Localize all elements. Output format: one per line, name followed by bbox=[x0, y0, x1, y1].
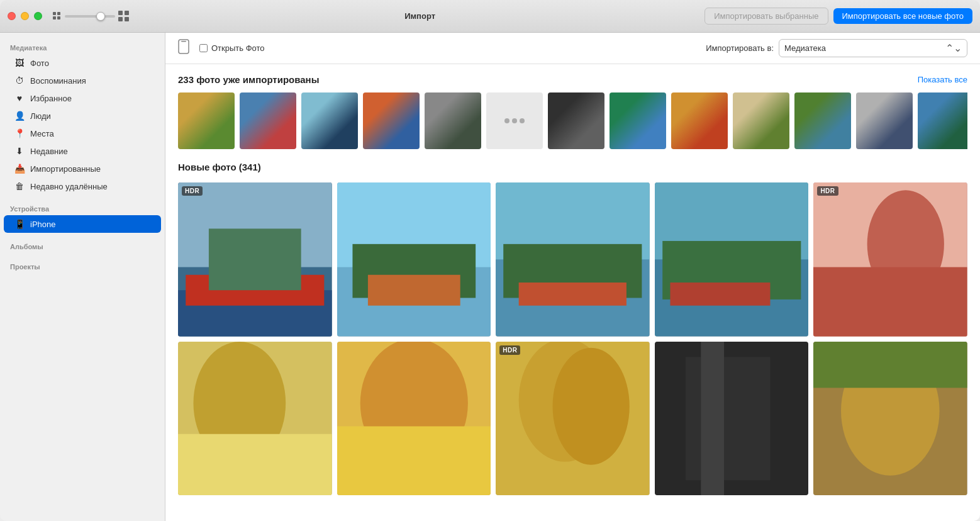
grid-large-icon bbox=[118, 10, 130, 23]
imported-thumb[interactable] bbox=[856, 92, 913, 149]
main-layout: Медиатека 🖼Фото⏱Воспоминания♥Избранное👤Л… bbox=[0, 33, 980, 521]
svg-rect-30 bbox=[813, 267, 967, 337]
sidebar-label-photos: Фото bbox=[30, 59, 49, 68]
new-photo-thumb[interactable]: HDR bbox=[813, 182, 967, 337]
dropdown-chevron-icon: ⌃⌄ bbox=[945, 42, 962, 54]
imported-thumb[interactable] bbox=[363, 92, 420, 149]
imported-thumb[interactable] bbox=[301, 92, 358, 149]
new-photo-thumb[interactable] bbox=[655, 342, 809, 496]
new-photo-thumb[interactable] bbox=[496, 182, 650, 337]
scroll-area[interactable]: 233 фото уже импортированы Показать все … bbox=[165, 64, 980, 521]
imported-thumb[interactable] bbox=[425, 92, 481, 149]
open-photos-input[interactable] bbox=[199, 44, 208, 52]
sidebar-icon-iphone: 📱 bbox=[14, 218, 25, 230]
sidebar-item-iphone[interactable]: 📱iPhone bbox=[4, 215, 161, 233]
sidebar-icon-memories: ⏱ bbox=[14, 75, 25, 86]
svg-rect-18 bbox=[368, 275, 460, 306]
devices-section-title: Устройства bbox=[0, 201, 165, 215]
imported-thumb[interactable] bbox=[794, 92, 851, 149]
imported-thumb[interactable] bbox=[178, 92, 235, 149]
sidebar-item-imported[interactable]: 📥Импортированные bbox=[4, 160, 161, 177]
sidebar-icon-imported: 📥 bbox=[14, 163, 25, 174]
maximize-button[interactable] bbox=[34, 12, 42, 20]
new-photo-thumb[interactable] bbox=[813, 342, 967, 496]
hdr-badge: HDR bbox=[499, 345, 520, 355]
new-photo-thumb[interactable] bbox=[655, 182, 809, 337]
new-photos-grid: HDRHDRHDR bbox=[178, 182, 967, 495]
svg-rect-41 bbox=[686, 357, 771, 480]
import-to-section: Импортировать в: Медиатека ⌃⌄ bbox=[706, 39, 967, 57]
svg-rect-6 bbox=[118, 17, 123, 21]
import-destination-value: Медиатека bbox=[784, 43, 826, 53]
import-all-button[interactable]: Импортировать все новые фото bbox=[833, 8, 973, 24]
sidebar-label-deleted: Недавно удалённые bbox=[30, 182, 108, 191]
imported-thumb[interactable] bbox=[240, 92, 296, 149]
svg-rect-36 bbox=[337, 426, 491, 495]
svg-rect-3 bbox=[57, 16, 60, 20]
svg-rect-26 bbox=[670, 283, 770, 306]
sidebar-label-memories: Воспоминания bbox=[30, 76, 86, 86]
more-indicator bbox=[486, 92, 543, 149]
imported-thumb[interactable] bbox=[733, 92, 789, 149]
imported-thumb[interactable] bbox=[610, 92, 666, 149]
device-icon bbox=[178, 39, 189, 57]
sidebar-label-recent: Недавние bbox=[30, 147, 68, 156]
svg-rect-42 bbox=[701, 342, 724, 496]
sidebar-label-favorites: Избранное bbox=[30, 94, 72, 103]
sidebar-icon-places: 📍 bbox=[14, 128, 25, 139]
open-photos-checkbox[interactable]: Открыть Фото bbox=[199, 43, 265, 53]
svg-rect-9 bbox=[181, 41, 186, 42]
sidebar-item-memories[interactable]: ⏱Воспоминания bbox=[4, 72, 161, 89]
minimize-button[interactable] bbox=[21, 12, 29, 20]
sidebar-icon-deleted: 🗑 bbox=[14, 181, 25, 192]
imported-thumb[interactable] bbox=[671, 92, 728, 149]
import-selected-button[interactable]: Импортировать выбранные bbox=[704, 8, 828, 25]
new-photo-thumb[interactable]: HDR bbox=[496, 342, 650, 496]
hdr-badge: HDR bbox=[182, 186, 203, 196]
imported-thumb[interactable] bbox=[548, 92, 604, 149]
sidebar: Медиатека 🖼Фото⏱Воспоминания♥Избранное👤Л… bbox=[0, 33, 165, 521]
sidebar-devices-items: 📱iPhone bbox=[0, 215, 165, 233]
new-photo-thumb[interactable] bbox=[337, 342, 491, 496]
new-photo-thumb[interactable] bbox=[337, 182, 491, 337]
zoom-slider[interactable] bbox=[65, 15, 115, 18]
svg-rect-22 bbox=[519, 283, 626, 306]
sidebar-icon-recent: ⬇ bbox=[14, 145, 25, 157]
svg-rect-14 bbox=[209, 228, 301, 290]
sidebar-item-deleted[interactable]: 🗑Недавно удалённые bbox=[4, 177, 161, 195]
sidebar-item-places[interactable]: 📍Места bbox=[4, 125, 161, 142]
imported-thumb[interactable] bbox=[918, 92, 967, 149]
sidebar-label-places: Места bbox=[30, 129, 54, 138]
new-photo-thumb[interactable]: HDR bbox=[178, 182, 332, 337]
sidebar-item-photos[interactable]: 🖼Фото bbox=[4, 54, 161, 72]
sidebar-item-people[interactable]: 👤Люди bbox=[4, 107, 161, 125]
svg-rect-4 bbox=[118, 11, 123, 15]
imported-strip bbox=[178, 92, 967, 149]
sidebar-label-iphone: iPhone bbox=[30, 220, 55, 229]
show-all-link[interactable]: Показать все bbox=[918, 75, 967, 84]
sidebar-item-favorites[interactable]: ♥Избранное bbox=[4, 89, 161, 107]
import-to-label: Импортировать в: bbox=[706, 43, 774, 53]
svg-rect-5 bbox=[125, 11, 129, 15]
sidebar-item-recent[interactable]: ⬇Недавние bbox=[4, 142, 161, 160]
new-photos-title: Новые фото (341) bbox=[178, 162, 967, 172]
close-button[interactable] bbox=[8, 12, 16, 20]
svg-rect-2 bbox=[53, 16, 56, 20]
traffic-lights bbox=[8, 12, 42, 20]
library-section-title: Медиатека bbox=[0, 40, 165, 54]
sidebar-library-items: 🖼Фото⏱Воспоминания♥Избранное👤Люди📍Места⬇… bbox=[0, 54, 165, 195]
open-photos-label: Открыть Фото bbox=[211, 43, 265, 53]
titlebar-controls: Импортировать выбранные Импортировать вс… bbox=[704, 8, 972, 25]
projects-section-title: Проекты bbox=[0, 259, 165, 273]
hdr-badge: HDR bbox=[817, 186, 838, 196]
new-photo-thumb[interactable] bbox=[178, 342, 332, 496]
grid-small-icon bbox=[52, 11, 62, 21]
svg-rect-1 bbox=[57, 12, 60, 15]
svg-rect-45 bbox=[813, 342, 967, 388]
import-destination-dropdown[interactable]: Медиатека ⌃⌄ bbox=[779, 39, 967, 57]
already-imported-header: 233 фото уже импортированы Показать все bbox=[178, 74, 967, 85]
sidebar-icon-people: 👤 bbox=[14, 110, 25, 121]
already-imported-title: 233 фото уже импортированы bbox=[178, 74, 320, 85]
sidebar-label-imported: Импортированные bbox=[30, 164, 101, 174]
sidebar-icon-photos: 🖼 bbox=[14, 57, 25, 69]
